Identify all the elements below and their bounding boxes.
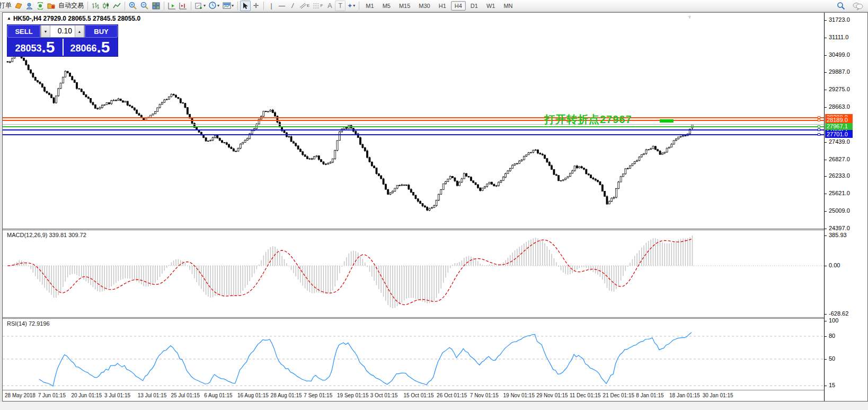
- axis-tick-mark: [825, 229, 827, 229]
- axis-tick-mark: [825, 160, 827, 160]
- axis-tick-mark: [825, 176, 827, 177]
- time-tick-label: 18 Jan 01:15: [669, 392, 700, 398]
- green-line-marker[interactable]: [660, 119, 674, 123]
- toolbar-separator: [237, 2, 238, 10]
- price-axis: 31723.031111.030499.029887.029275.028663…: [824, 13, 868, 402]
- one-click-trading-panel: SELL ▼ 0.10 ▲ BUY 28053.5 28066.5: [7, 24, 118, 57]
- tile-windows-icon[interactable]: [150, 1, 162, 11]
- volume-input[interactable]: 0.10: [50, 25, 75, 37]
- new-order-button[interactable]: 打单: [0, 1, 13, 11]
- chat-icon[interactable]: [851, 1, 865, 11]
- horizontal-level-line[interactable]: [3, 129, 824, 130]
- vertical-line-tool[interactable]: |: [266, 1, 277, 11]
- candlestick-chart-icon[interactable]: [101, 1, 111, 11]
- trendline-icon: /: [291, 2, 293, 10]
- timeframe-h4[interactable]: H4: [451, 1, 466, 11]
- volume-increase-button[interactable]: ▲: [75, 25, 84, 37]
- line-handle[interactable]: [818, 133, 820, 136]
- timeframe-h1[interactable]: H1: [435, 1, 450, 11]
- new-chart-button[interactable]: ▾: [193, 1, 207, 11]
- volume-decrease-button[interactable]: ▼: [41, 25, 50, 37]
- timeframe-m5[interactable]: M5: [379, 1, 394, 11]
- zoom-out-icon[interactable]: [139, 1, 150, 11]
- timeframe-d1[interactable]: D1: [467, 1, 482, 11]
- time-tick-label: 7 Nov 01:15: [470, 392, 499, 398]
- horizontal-level-line[interactable]: [3, 117, 824, 118]
- toolbar-separator: [263, 2, 264, 10]
- periods-button[interactable]: ▾: [207, 1, 221, 11]
- price-tick-label: 25621.0: [829, 190, 850, 197]
- line-handle[interactable]: [818, 116, 820, 119]
- chart-shift-icon[interactable]: [178, 1, 189, 11]
- buy-button[interactable]: BUY: [85, 25, 118, 38]
- search-icon[interactable]: [835, 1, 847, 11]
- timeframe-m30[interactable]: M30: [415, 1, 433, 11]
- timeframe-mn[interactable]: MN: [500, 1, 516, 11]
- horizontal-line-tool[interactable]: —: [277, 1, 287, 11]
- timeframe-m15[interactable]: M15: [395, 1, 414, 11]
- line-handle[interactable]: [818, 125, 820, 128]
- price-tick-label: 25009.0: [829, 207, 850, 214]
- horizontal-level-line[interactable]: [3, 134, 824, 135]
- time-tick-label: 15 Oct 01:15: [403, 392, 433, 398]
- time-tick-label: 3 Jul 01:15: [104, 392, 130, 398]
- panel-splitter[interactable]: [3, 317, 868, 319]
- timeframe-m1[interactable]: M1: [362, 1, 377, 11]
- timeframe-w1[interactable]: W1: [483, 1, 499, 11]
- trendline-tool[interactable]: /: [287, 1, 298, 11]
- axis-tick-mark: [825, 90, 827, 90]
- line-handle[interactable]: [818, 128, 820, 131]
- toolbar-separator: [164, 2, 164, 10]
- sell-button[interactable]: SELL: [7, 25, 40, 38]
- crosshair-tool[interactable]: ✛: [251, 1, 261, 11]
- axis-tick-mark: [825, 211, 827, 212]
- chevron-down-icon: ▾: [203, 3, 206, 8]
- equidistant-channel-tool[interactable]: E: [298, 1, 311, 11]
- horizontal-level-line[interactable]: [3, 126, 824, 127]
- templates-button[interactable]: ▾: [221, 1, 235, 11]
- axis-tick-mark: [825, 72, 827, 73]
- price-tick-label: 31111.0: [829, 34, 848, 41]
- timeframe-toolbar: M1M5M15M30H1H4D1W1MN: [361, 1, 517, 11]
- cursor-tool[interactable]: [240, 1, 251, 11]
- arrows-tool[interactable]: ✦ ▾: [346, 1, 357, 11]
- time-tick-label: 19 Nov 01:15: [503, 392, 535, 398]
- price-tick-label: 26233.0: [829, 172, 850, 179]
- axis-tick-mark: [825, 20, 827, 21]
- quotes-icon[interactable]: [13, 1, 24, 11]
- pivot-annotation-text[interactable]: 打开转折点27967: [544, 112, 632, 127]
- crosshair-icon: ✛: [253, 2, 259, 10]
- line-handle[interactable]: [818, 119, 820, 121]
- fibonacci-tool[interactable]: F: [311, 1, 324, 11]
- auto-scroll-icon[interactable]: [166, 1, 178, 11]
- time-tick-label: 3 Oct 01:15: [370, 392, 398, 398]
- market-icon[interactable]: [46, 1, 57, 11]
- text-tool[interactable]: A: [324, 1, 335, 11]
- community-icon[interactable]: [24, 1, 35, 11]
- line-chart-icon[interactable]: [111, 1, 122, 11]
- chevron-down-icon: ▾: [217, 3, 219, 8]
- toolbar-separator: [359, 2, 359, 10]
- sell-price[interactable]: 28053.5: [7, 38, 63, 56]
- panel-splitter[interactable]: [3, 229, 868, 230]
- time-tick-label: 30 Jan 01:15: [703, 392, 733, 398]
- horizontal-level-line[interactable]: [3, 120, 824, 121]
- collapse-icon[interactable]: ▲: [7, 16, 11, 21]
- auto-trading-label: 自动交易: [58, 1, 84, 10]
- new-order-label: 打单: [0, 1, 12, 10]
- horizontal-level-line[interactable]: [3, 124, 824, 125]
- vline-icon: |: [270, 2, 272, 10]
- chart-shift-marker[interactable]: ▿: [688, 14, 691, 20]
- buy-price[interactable]: 28066.5: [63, 38, 118, 56]
- zoom-in-icon[interactable]: [127, 1, 139, 11]
- axis-tick-mark: [825, 38, 827, 38]
- time-tick-label: 29 Nov 01:15: [536, 392, 568, 398]
- fibo-letter: F: [320, 3, 323, 8]
- rsi-tick-label: 15: [829, 382, 835, 389]
- price-tick-label: 30499.0: [829, 51, 850, 58]
- label-tool[interactable]: T: [335, 1, 346, 11]
- auto-trading-button[interactable]: 自动交易: [57, 1, 85, 11]
- signals-icon[interactable]: [35, 1, 46, 11]
- bar-chart-icon[interactable]: [90, 1, 101, 11]
- price-tick-label: 28663.0: [829, 103, 850, 110]
